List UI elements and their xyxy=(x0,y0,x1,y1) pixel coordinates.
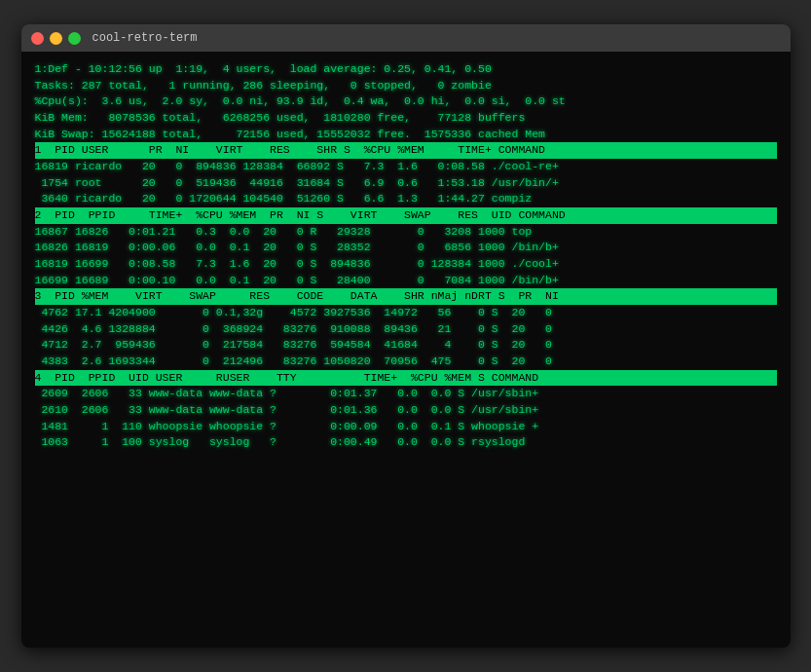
section4-row-1: 2609 2606 33 www-data www-data ? 0:01.37… xyxy=(35,386,777,402)
terminal-window: cool-retro-term 1:Def - 10:12:56 up 1:19… xyxy=(21,24,791,648)
terminal-line-4: KiB Mem: 8078536 total, 6268256 used, 18… xyxy=(35,110,777,127)
section4-row-3: 1481 1 110 whoopsie whoopsie ? 0:00.09 0… xyxy=(35,419,777,435)
close-button[interactable] xyxy=(31,32,44,45)
section1-row-1: 16819 ricardo 20 0 894836 128384 66892 S… xyxy=(35,159,777,175)
section2-row-2: 16826 16819 0:00.06 0.0 0.1 20 0 S 28352… xyxy=(35,240,777,256)
section4-header: 4 PID PPID UID USER RUSER TTY TIME+ %CPU… xyxy=(35,370,777,387)
section2-row-4: 16699 16689 0:00.10 0.0 0.1 20 0 S 28400… xyxy=(35,273,777,289)
window-title: cool-retro-term xyxy=(92,31,198,45)
section4-row-2: 2610 2606 33 www-data www-data ? 0:01.36… xyxy=(35,402,777,419)
terminal-body[interactable]: 1:Def - 10:12:56 up 1:19, 4 users, load … xyxy=(21,52,791,648)
terminal-line-1: 1:Def - 10:12:56 up 1:19, 4 users, load … xyxy=(35,61,777,78)
terminal-line-2: Tasks: 287 total, 1 running, 286 sleepin… xyxy=(35,78,777,94)
maximize-button[interactable] xyxy=(68,32,81,45)
section2-header: 2 PID PPID TIME+ %CPU %MEM PR NI S VIRT … xyxy=(35,207,777,224)
title-bar: cool-retro-term xyxy=(21,24,791,52)
section1-header: 1 PID USER PR NI VIRT RES SHR S %CPU %ME… xyxy=(35,142,777,159)
section2-row-3: 16819 16699 0:08.58 7.3 1.6 20 0 S 89483… xyxy=(35,256,777,273)
section3-row-2: 4426 4.6 1328884 0 368924 83276 910088 8… xyxy=(35,321,777,338)
section3-header: 3 PID %MEM VIRT SWAP RES CODE DATA SHR n… xyxy=(35,288,777,305)
section3-row-1: 4762 17.1 4204900 0 0.1,32g 4572 3927536… xyxy=(35,305,777,321)
minimize-button[interactable] xyxy=(50,32,62,45)
section1-row-3: 3640 ricardo 20 0 1720644 104540 51260 S… xyxy=(35,191,777,207)
section1-row-2: 1754 root 20 0 519436 44916 31684 S 6.9 … xyxy=(35,175,777,192)
section3-row-3: 4712 2.7 959436 0 217584 83276 594584 41… xyxy=(35,337,777,354)
section3-row-4: 4383 2.6 1693344 0 212496 83276 1050820 … xyxy=(35,354,777,370)
terminal-line-5: KiB Swap: 15624188 total, 72156 used, 15… xyxy=(35,127,777,143)
section2-row-1: 16867 16826 0:01.21 0.3 0.0 20 0 R 29328… xyxy=(35,224,777,241)
terminal-line-3: %Cpu(s): 3.6 us, 2.0 sy, 0.0 ni, 93.9 id… xyxy=(35,93,777,110)
section4-row-4: 1063 1 100 syslog syslog ? 0:00.49 0.0 0… xyxy=(35,434,777,451)
